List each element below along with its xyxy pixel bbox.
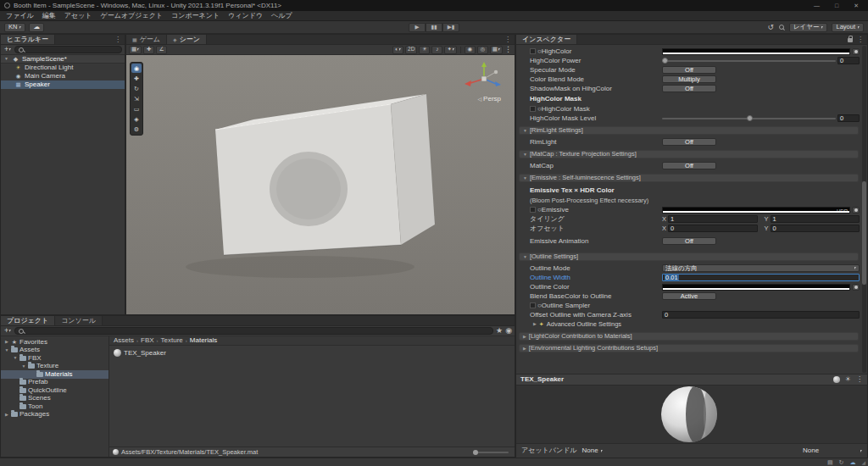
hierarchy-item-directional-light[interactable]: ☀ Directional Light xyxy=(1,64,125,72)
scene-viewport[interactable]: ◉ ✚ ↻ ⇲ ▭ ◈ ⚙ ◁ Persp xyxy=(126,55,515,314)
panel-menu-icon[interactable]: ⋮ xyxy=(114,36,121,43)
tab-game[interactable]: ▦ ゲーム xyxy=(126,35,167,44)
material-preview-area[interactable] xyxy=(516,386,867,443)
tree-item-texture[interactable]: ▼ Texture xyxy=(1,363,108,371)
preview-shape-icon[interactable] xyxy=(833,376,840,383)
rimlight-section-header[interactable]: ▼ [RimLight Settings] xyxy=(519,126,859,135)
tree-item-packages[interactable]: ▶ Packages xyxy=(1,411,108,419)
tree-item-prefab[interactable]: Prefab xyxy=(1,379,108,387)
custom-tool-button[interactable]: ⚙ xyxy=(131,125,142,134)
advanced-outline-foldout[interactable]: ▶ ✦ Advanced Outline Settings xyxy=(516,319,861,329)
layout-dropdown[interactable]: Layout xyxy=(832,23,864,32)
snap-angle-button[interactable]: ∠ xyxy=(156,46,167,54)
outline-zoffset-field[interactable]: 0 xyxy=(662,311,860,319)
lightcolor-section-header[interactable]: ▶ [LightColor Contribution to Materials] xyxy=(519,332,859,341)
color-picker-icon[interactable] xyxy=(852,48,860,55)
outline-width-field[interactable]: 0.01 xyxy=(662,274,860,281)
breadcrumb-assets[interactable]: Assets xyxy=(114,337,134,344)
highcolor-power-field[interactable]: 0 xyxy=(837,57,860,64)
create-object-button[interactable]: + xyxy=(3,46,12,53)
tiling-x-field[interactable]: 1 xyxy=(668,215,757,223)
status-activity-icon[interactable]: ↻ xyxy=(839,459,844,465)
step-button[interactable]: ▶▮ xyxy=(442,23,459,32)
hierarchy-item-main-camera[interactable]: ◉ Main Camera xyxy=(1,72,125,80)
speaker-model[interactable] xyxy=(126,55,515,314)
mask-level-slider[interactable] xyxy=(662,118,836,119)
transform-tool-button[interactable]: ◈ xyxy=(131,114,142,124)
mask-level-field[interactable]: 0 xyxy=(837,114,860,122)
snap-move-button[interactable]: ✚ xyxy=(143,46,154,54)
material-preview-header[interactable]: TEX_Speaker ☀ ⋮ xyxy=(516,374,867,386)
2d-toggle-button[interactable]: 2D xyxy=(405,46,417,54)
emissive-hdr-swatch[interactable]: HDR xyxy=(662,207,850,214)
color-picker-icon[interactable] xyxy=(852,284,860,291)
menu-component[interactable]: コンポーネント xyxy=(167,11,224,20)
maximize-button[interactable]: □ xyxy=(835,3,838,8)
menu-edit[interactable]: 編集 xyxy=(38,11,60,20)
play-button[interactable]: ▶ xyxy=(409,23,426,32)
outline-mode-dropdown[interactable]: 法線の方向 xyxy=(662,264,860,272)
texture-slot-icon[interactable] xyxy=(530,106,536,112)
inspector-scrollbar[interactable] xyxy=(862,46,866,373)
tab-inspector[interactable]: インスペクター xyxy=(516,35,577,44)
close-button[interactable]: ✕ xyxy=(854,3,859,8)
breadcrumb-fbx[interactable]: FBX xyxy=(141,337,154,344)
emissive-animation-button[interactable]: Off xyxy=(662,237,716,245)
breadcrumb-materials[interactable]: Materials xyxy=(190,337,217,344)
matcap-section-header[interactable]: ▼ [MatCap : Texture Projection Settings] xyxy=(519,150,859,158)
rotate-tool-button[interactable]: ↻ xyxy=(131,84,142,93)
favorite-search-icon[interactable]: ★ xyxy=(496,327,503,335)
specular-mode-button[interactable]: Off xyxy=(662,66,716,74)
hierarchy-search-input[interactable] xyxy=(14,46,122,53)
slider-handle[interactable] xyxy=(473,450,478,455)
matcap-button[interactable]: Off xyxy=(662,162,716,169)
create-asset-button[interactable]: + xyxy=(3,327,12,335)
preview-light-icon[interactable]: ☀ xyxy=(845,376,851,383)
slider-handle[interactable] xyxy=(662,58,668,64)
tab-scene[interactable]: ◈ シーン xyxy=(167,35,207,44)
status-cloud-icon[interactable]: ☁ xyxy=(849,459,855,465)
minimize-button[interactable]: — xyxy=(814,3,820,8)
blend-basecolor-button[interactable]: Active xyxy=(662,292,716,300)
undo-history-icon[interactable]: ↺ xyxy=(767,24,774,31)
lock-icon[interactable] xyxy=(848,38,853,42)
panel-menu-icon[interactable]: ⋮ xyxy=(857,36,864,43)
emissive-section-header[interactable]: ▼ [Emissive : Self-luminescence Settings… xyxy=(519,174,859,182)
tree-item-toon[interactable]: Toon xyxy=(1,402,108,411)
tree-item-fbx[interactable]: ▼ FBX xyxy=(1,354,108,363)
tree-item-assets[interactable]: ▼ Assets xyxy=(1,347,108,355)
hierarchy-item-speaker[interactable]: ▦ Speaker xyxy=(1,80,125,89)
assetbundle-name-dropdown[interactable]: None xyxy=(582,447,603,454)
grid-visibility-button[interactable]: ▦ xyxy=(129,46,142,54)
foldout-arrow-icon[interactable]: ▼ xyxy=(13,356,18,360)
layers-dropdown[interactable]: レイヤー xyxy=(789,23,828,32)
view-tool-button[interactable]: ◉ xyxy=(131,64,142,73)
menu-help[interactable]: ヘルプ xyxy=(267,11,297,20)
pause-button[interactable]: ▮▮ xyxy=(426,23,442,32)
foldout-arrow-icon[interactable]: ▶ xyxy=(4,340,9,344)
menu-assets[interactable]: アセット xyxy=(60,11,97,20)
cloud-services-button[interactable]: ☁ xyxy=(29,23,44,32)
tree-item-materials[interactable]: Materials xyxy=(1,370,108,379)
rect-tool-button[interactable]: ▭ xyxy=(131,104,142,114)
status-console-icon[interactable]: ▤ xyxy=(827,459,833,465)
environment-section-header[interactable]: ▶ [Environmental Lighting Contributions … xyxy=(519,344,859,352)
effects-dropdown[interactable]: ✦ xyxy=(444,46,456,54)
scrollbar-thumb[interactable] xyxy=(862,181,866,285)
tab-project[interactable]: プロジェクト xyxy=(1,316,55,325)
scale-tool-button[interactable]: ⇲ xyxy=(131,94,142,103)
move-tool-button[interactable]: ✚ xyxy=(131,74,142,83)
tree-item-scenes[interactable]: Scenes xyxy=(1,395,108,403)
breadcrumb-texture[interactable]: Texture xyxy=(161,337,183,344)
packages-visibility-icon[interactable]: ◉ xyxy=(505,327,512,335)
color-blend-mode-button[interactable]: Multiply xyxy=(662,75,716,83)
asset-item-tex-speaker[interactable]: TEX_Speaker xyxy=(114,349,166,357)
texture-slot-icon[interactable] xyxy=(530,207,536,213)
highcolor-power-slider[interactable] xyxy=(662,60,836,62)
foldout-arrow-icon[interactable]: ▶ xyxy=(4,413,9,417)
tab-console[interactable]: コンソール xyxy=(55,316,103,325)
scene-visibility-toggle[interactable]: ◉ xyxy=(465,46,476,54)
tiling-y-field[interactable]: 1 xyxy=(771,215,860,223)
scene-header-row[interactable]: ▼ ◆ SampleScene* xyxy=(1,55,125,64)
projection-mode-label[interactable]: ◁ Persp xyxy=(477,96,501,103)
